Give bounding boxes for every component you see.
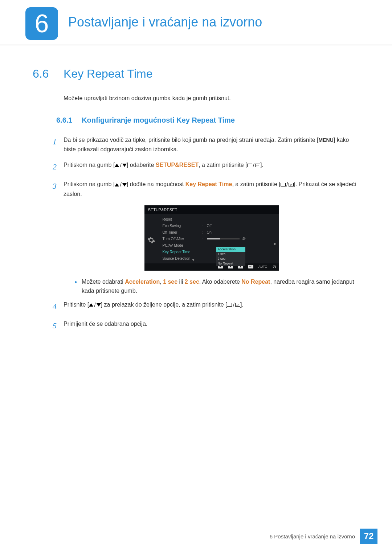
step-text: . <box>242 301 243 308</box>
note-text: ili <box>177 279 185 285</box>
step-number: 5 <box>53 319 64 332</box>
osd-separator: : <box>203 224 207 228</box>
step-text: za prelazak do željene opcije, a zatim p… <box>102 301 225 308</box>
osd-dropdown-item: Acceleration <box>216 247 245 252</box>
highlight-2sec: 2 sec <box>185 279 199 285</box>
highlight-setup-reset: SETUP&RESET <box>156 162 199 168</box>
step-number: 1 <box>53 135 64 154</box>
step-text: Pritiskom na gumb <box>64 162 113 168</box>
osd-slider <box>207 238 240 239</box>
step-text: , a zatim pritisnite <box>232 181 279 187</box>
osd-separator: : <box>203 237 207 241</box>
nav-down-icon: ▼ <box>192 258 195 262</box>
step-3: 3 Pritiskom na gumb [ / ] dođite na mogu… <box>64 180 359 198</box>
highlight-norepeat: No Repeat <box>241 279 270 285</box>
osd-dropdown: Acceleration1 sec2 secNo Repeat <box>216 247 245 266</box>
osd-row-value: Off <box>207 224 212 228</box>
osd-row-value: 4h <box>242 237 246 241</box>
step-text: , a zatim pritisnite <box>199 162 245 168</box>
step-text: . <box>262 162 263 168</box>
source-enter-icon: / <box>247 161 260 170</box>
step-text: Pritiskom na gumb <box>64 181 113 187</box>
osd-dropdown-item: 1 sec <box>216 252 245 257</box>
page-footer: 6 Postavljanje i vraćanje na izvorno 72 <box>270 529 377 544</box>
osd-title: SETUP&RESET <box>144 205 279 214</box>
step-text: Pritisnite <box>64 301 87 308</box>
step-2: 2 Pritiskom na gumb [ / ] odaberite SETU… <box>64 160 359 173</box>
content-area: 6.6 Key Repeat Time Možete upravljati br… <box>0 45 392 332</box>
osd-row-label: Source Detection <box>163 257 203 260</box>
osd-row-label: Reset <box>163 217 203 221</box>
step-number: 4 <box>53 300 64 313</box>
osd-row-value: On <box>207 230 212 234</box>
step-text: Primijenit će se odabrana opcija. <box>64 319 359 332</box>
step-text: dođite na mogućnost <box>128 181 185 187</box>
subsection-header: 6.6.1 Konfiguriranje mogućnosti Key Repe… <box>56 116 359 124</box>
osd-row-label: PC/AV Mode <box>163 243 203 247</box>
osd-row: Reset <box>160 216 276 223</box>
step-number: 2 <box>53 160 64 173</box>
step-text: odaberite <box>128 162 156 168</box>
osd-dropdown-item: 2 sec <box>216 257 245 261</box>
footer-text: 6 Postavljanje i vraćanje na izvorno <box>270 533 355 539</box>
section-title: Key Repeat Time <box>64 67 152 81</box>
step-4: 4 Pritisnite [ / ] za prelazak do željen… <box>64 300 359 313</box>
osd-row: Eco Saving:Off <box>160 223 276 229</box>
step-number: 3 <box>53 180 64 198</box>
note-text: Možete odabrati <box>82 279 125 285</box>
note-bullet: ● Možete odabrati Acceleration, 1 sec il… <box>74 277 359 296</box>
comma: , <box>160 279 163 285</box>
osd-auto-label: AUTO <box>258 265 268 268</box>
source-enter-icon: / <box>281 180 294 189</box>
osd-row: Off Timer:On <box>160 229 276 236</box>
highlight-key-repeat: Key Repeat Time <box>185 181 232 187</box>
osd-row-label: Turn Off After <box>163 237 203 241</box>
section-number: 6.6 <box>33 67 64 81</box>
step-text: Da bi se prikazao vodič za tipke, pritis… <box>64 137 317 143</box>
note-text: . Ako odaberete <box>199 279 242 285</box>
osd-footer: ◄ ▼ ▲ ↵ AUTO ⏻ <box>144 263 279 271</box>
updown-icon: / <box>115 161 126 170</box>
section-intro: Možete upravljati brzinom odaziva gumba … <box>64 95 359 102</box>
osd-row-label: Off Timer <box>163 230 203 234</box>
page-header: 6 Postavljanje i vraćanje na izvorno <box>0 0 392 45</box>
step-5: 5 Primijenit će se odabrana opcija. <box>64 319 359 332</box>
osd-row-label: Eco Saving <box>163 224 203 228</box>
section-header: 6.6 Key Repeat Time <box>33 67 359 81</box>
highlight-acceleration: Acceleration <box>125 279 160 285</box>
subsection-number: 6.6.1 <box>56 116 82 124</box>
osd-screenshot: SETUP&RESET ResetEco Saving:OffOff Timer… <box>144 205 279 271</box>
bullet-icon: ● <box>74 277 82 296</box>
osd-dropdown-item: No Repeat <box>216 261 245 266</box>
updown-icon: / <box>115 180 126 189</box>
page-number-badge: 72 <box>360 529 377 544</box>
osd-row-label: Key Repeat Time <box>163 250 203 254</box>
chapter-title: Postavljanje i vraćanje na izvorno <box>68 7 262 30</box>
updown-icon: / <box>89 300 101 310</box>
osd-power-icon: ⏻ <box>273 265 276 268</box>
nav-right-icon: ▶ <box>274 242 277 246</box>
menu-button-label: MENU <box>319 137 334 143</box>
subsection-title: Konfiguriranje mogućnosti Key Repeat Tim… <box>82 116 235 124</box>
osd-separator: : <box>203 230 207 234</box>
osd-enter-icon: ↵ <box>248 265 253 268</box>
source-enter-icon: / <box>227 300 240 310</box>
highlight-1sec: 1 sec <box>163 279 177 285</box>
gear-icon <box>147 236 155 244</box>
step-1: 1 Da bi se prikazao vodič za tipke, prit… <box>64 135 359 154</box>
chapter-number-badge: 6 <box>25 7 58 40</box>
osd-row: Turn Off After:4h <box>160 236 276 242</box>
